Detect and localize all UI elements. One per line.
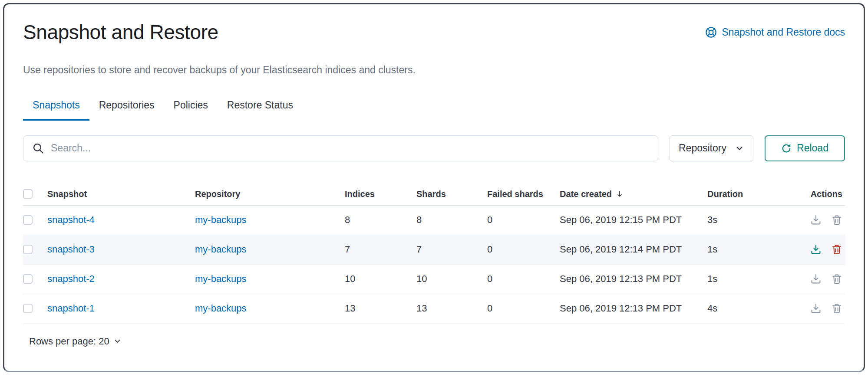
indices-cell: 10: [345, 273, 416, 285]
trash-icon: [831, 244, 842, 255]
date-created-cell: Sep 06, 2019 12:13 PM PDT: [560, 273, 707, 285]
docs-link[interactable]: Snapshot and Restore docs: [705, 26, 845, 38]
snapshot-link[interactable]: snapshot-4: [47, 214, 95, 225]
repository-link[interactable]: my-backups: [195, 244, 247, 255]
date-created-cell: Sep 06, 2019 12:13 PM PDT: [560, 303, 707, 314]
row-checkbox[interactable]: [23, 245, 33, 254]
refresh-icon: [781, 143, 792, 154]
table-row: snapshot-4 my-backups 8 8 0 Sep 06, 2019…: [23, 206, 845, 235]
duration-cell: 4s: [707, 303, 801, 314]
column-header-actions: Actions: [811, 189, 845, 199]
sort-down-icon: [615, 190, 624, 198]
rows-per-page-label: Rows per page: 20: [29, 336, 109, 347]
trash-icon: [831, 214, 842, 226]
chevron-down-icon: [113, 337, 122, 345]
page-subtitle: Use repositories to store and recover ba…: [23, 64, 845, 76]
page-header: Snapshot and Restore Snapshot and Restor…: [23, 20, 845, 45]
chevron-down-icon: [735, 144, 744, 153]
tab-repositories[interactable]: Repositories: [89, 99, 164, 121]
indices-cell: 13: [345, 303, 416, 314]
trash-icon: [831, 303, 842, 314]
life-buoy-icon: [705, 26, 717, 38]
column-header-duration[interactable]: Duration: [707, 189, 801, 199]
snapshot-link[interactable]: snapshot-3: [47, 244, 95, 255]
column-header-shards[interactable]: Shards: [416, 189, 487, 199]
docs-link-label: Snapshot and Restore docs: [722, 26, 845, 38]
duration-cell: 3s: [707, 214, 801, 226]
repository-filter-button[interactable]: Repository: [670, 135, 753, 161]
repository-link[interactable]: my-backups: [195, 273, 247, 284]
tab-restore-status[interactable]: Restore Status: [218, 99, 303, 121]
tab-policies[interactable]: Policies: [164, 99, 218, 121]
shards-cell: 7: [416, 244, 487, 255]
table-row: snapshot-2 my-backups 10 10 0 Sep 06, 20…: [23, 265, 845, 294]
restore-snapshot-button[interactable]: [810, 273, 822, 285]
repository-filter-label: Repository: [679, 142, 726, 154]
date-created-cell: Sep 06, 2019 12:14 PM PDT: [560, 244, 707, 255]
shards-cell: 8: [416, 214, 487, 226]
reload-button[interactable]: Reload: [765, 135, 845, 161]
column-header-failed-shards[interactable]: Failed shards: [487, 189, 560, 199]
select-all-checkbox[interactable]: [23, 189, 33, 199]
indices-cell: 7: [345, 244, 416, 255]
shards-cell: 13: [416, 303, 487, 314]
pagination: Rows per page: 20: [23, 324, 845, 347]
row-checkbox[interactable]: [23, 304, 33, 313]
app-window: Snapshot and Restore Snapshot and Restor…: [3, 3, 865, 372]
search-icon: [32, 142, 44, 154]
search-input[interactable]: [51, 142, 649, 154]
shards-cell: 10: [416, 273, 487, 285]
table-body: snapshot-4 my-backups 8 8 0 Sep 06, 2019…: [23, 206, 845, 324]
failed-shards-cell: 0: [487, 244, 560, 255]
reload-button-label: Reload: [797, 142, 828, 154]
column-header-repository[interactable]: Repository: [195, 189, 345, 199]
column-header-date-created-label: Date created: [560, 189, 612, 199]
download-icon: [810, 214, 822, 226]
restore-snapshot-button[interactable]: [810, 214, 822, 226]
row-checkbox[interactable]: [23, 215, 33, 225]
restore-snapshot-button[interactable]: [810, 303, 822, 314]
delete-snapshot-button[interactable]: [831, 244, 842, 255]
snapshots-table: Snapshot Repository Indices Shards Faile…: [23, 183, 845, 324]
table-header-row: Snapshot Repository Indices Shards Faile…: [23, 183, 845, 206]
column-header-indices[interactable]: Indices: [345, 189, 416, 199]
snapshot-link[interactable]: snapshot-1: [47, 303, 95, 314]
trash-icon: [831, 273, 842, 285]
delete-snapshot-button[interactable]: [831, 214, 842, 226]
column-header-date-created[interactable]: Date created: [560, 189, 707, 199]
download-icon: [810, 303, 822, 314]
date-created-cell: Sep 06, 2019 12:15 PM PDT: [560, 214, 707, 226]
failed-shards-cell: 0: [487, 214, 560, 226]
table-row: snapshot-1 my-backups 13 13 0 Sep 06, 20…: [23, 294, 845, 324]
snapshot-link[interactable]: snapshot-2: [47, 273, 95, 284]
indices-cell: 8: [345, 214, 416, 226]
download-icon: [810, 244, 822, 255]
rows-per-page-button[interactable]: Rows per page: 20: [29, 336, 122, 347]
duration-cell: 1s: [707, 273, 801, 285]
restore-snapshot-button[interactable]: [810, 244, 822, 255]
column-header-snapshot[interactable]: Snapshot: [47, 189, 195, 199]
row-checkbox[interactable]: [23, 274, 33, 284]
repository-link[interactable]: my-backups: [195, 214, 247, 225]
duration-cell: 1s: [707, 244, 801, 255]
page-title: Snapshot and Restore: [23, 20, 218, 45]
tab-bar: Snapshots Repositories Policies Restore …: [23, 99, 845, 121]
table-row: snapshot-3 my-backups 7 7 0 Sep 06, 2019…: [23, 235, 845, 265]
repository-link[interactable]: my-backups: [195, 303, 247, 314]
failed-shards-cell: 0: [487, 303, 560, 314]
failed-shards-cell: 0: [487, 273, 560, 285]
search-box[interactable]: [23, 135, 658, 161]
delete-snapshot-button[interactable]: [831, 303, 842, 314]
download-icon: [810, 273, 822, 285]
toolbar: Repository Reload: [23, 135, 845, 161]
delete-snapshot-button[interactable]: [831, 273, 842, 285]
tab-snapshots[interactable]: Snapshots: [23, 99, 89, 121]
